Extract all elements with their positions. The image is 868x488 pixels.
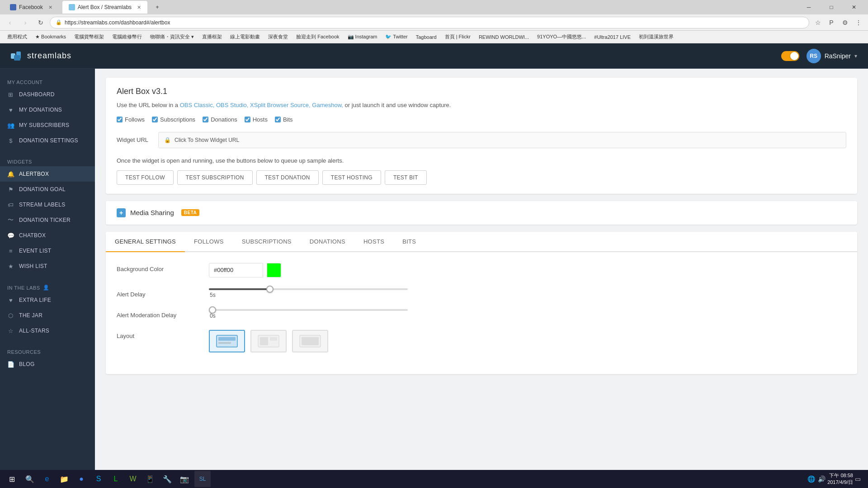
bookmark-6[interactable]: 深夜食堂	[264, 33, 292, 41]
bookmark-twitter[interactable]: 🐦 Twitter	[382, 33, 411, 41]
layout-thumb-1[interactable]	[209, 330, 245, 352]
widgets-section-label: Widgets	[0, 155, 95, 166]
checkbox-bits[interactable]: Bits	[275, 116, 293, 123]
taskbar-app2-icon[interactable]: 🔧	[159, 471, 175, 475]
sidebar-item-extra-life[interactable]: ♥ EXTRA LIFE	[0, 292, 95, 308]
checkbox-bits-input[interactable]	[275, 117, 281, 122]
window-indicator[interactable]: SL	[194, 471, 211, 475]
test-follow-btn[interactable]: TEST FOLLOW	[117, 170, 174, 185]
layout-thumb-3[interactable]	[292, 330, 328, 352]
bookmark-4[interactable]: 直播框架	[198, 33, 226, 41]
sidebar-item-wish-list[interactable]: ★ WISH LIST	[0, 258, 95, 274]
tab-facebook-close[interactable]: ✕	[48, 5, 52, 10]
sidebar-item-stream-labels[interactable]: 🏷 STREAM LABELS	[0, 197, 95, 212]
checkbox-donations[interactable]: Donations	[203, 116, 237, 123]
layout-thumbs-row	[209, 330, 846, 352]
tab-streamlabs-close[interactable]: ✕	[137, 5, 141, 10]
sidebar-item-alertbox[interactable]: 🔔 ALERTBOX	[0, 166, 95, 182]
menu-btn[interactable]: ⋮	[853, 17, 864, 28]
ticker-icon: 〜	[7, 216, 14, 224]
bookmark-tagboard[interactable]: Tagboard	[412, 33, 440, 41]
tab-streamlabs[interactable]: Alert Box / Streamlabs ✕	[62, 1, 147, 14]
checkbox-subscriptions-input[interactable]	[152, 117, 158, 122]
taskbar-edge-icon[interactable]: e	[39, 471, 55, 475]
bookmark-2[interactable]: 電腦維修幣行	[108, 33, 146, 41]
minimize-btn[interactable]: ─	[798, 0, 819, 14]
checkbox-hosts[interactable]: Hosts	[245, 116, 268, 123]
test-subscription-btn[interactable]: TEST SUBSCRIPTION	[177, 170, 253, 185]
checkbox-follows-input[interactable]	[117, 117, 123, 122]
sidebar-item-event-list[interactable]: ≡ EVENT LIST	[0, 243, 95, 258]
alert-delay-slider[interactable]	[209, 288, 408, 290]
tab-follows[interactable]: FOLLOWS	[185, 232, 233, 252]
bookmark-rewind[interactable]: REWIND WORLDWI...	[475, 33, 533, 41]
sidebar-divider-2	[0, 274, 95, 281]
test-donation-btn[interactable]: TEST DONATION	[256, 170, 319, 185]
user-name: RaSniper	[825, 52, 851, 60]
alert-moderation-delay-slider[interactable]	[209, 309, 408, 311]
forward-btn[interactable]: ›	[19, 16, 32, 29]
address-bar[interactable]: 🔒 https://streamlabs.com/dashboard#/aler…	[50, 17, 809, 28]
notification-toggle[interactable]	[781, 51, 799, 61]
checkbox-donations-input[interactable]	[203, 117, 208, 122]
labs-label-text: In The Labs	[7, 285, 40, 291]
desc-link[interactable]: OBS Classic, OBS Studio, XSplit Browser …	[180, 102, 343, 108]
test-hosting-btn[interactable]: TEST HOSTING	[322, 170, 381, 185]
taskbar-explorer-icon[interactable]: 📁	[56, 471, 72, 475]
close-btn[interactable]: ✕	[844, 0, 864, 14]
new-tab-btn[interactable]: +	[151, 1, 164, 14]
color-text-input[interactable]	[209, 263, 263, 277]
bookmark-1[interactable]: 電腦貨幣框架	[71, 33, 108, 41]
bookmark-5[interactable]: 線上電影動畫	[226, 33, 264, 41]
tab-subscriptions[interactable]: SUBSCRIPTIONS	[233, 232, 301, 252]
checkbox-hosts-input[interactable]	[245, 117, 250, 122]
sidebar-item-dashboard[interactable]: ⊞ DASHBOARD	[0, 87, 95, 102]
sidebar-item-donation-goal[interactable]: ⚑ DONATION GOAL	[0, 182, 95, 197]
media-sharing-header[interactable]: + Media Sharing BETA	[106, 201, 857, 225]
sidebar-item-the-jar[interactable]: ⬡ THE JAR	[0, 308, 95, 323]
bookmark-instagram[interactable]: 📷 Instagram	[344, 33, 381, 41]
sidebar-item-donation-settings[interactable]: $ DONATION SETTINGS	[0, 133, 95, 148]
test-bit-btn[interactable]: TEST BIT	[385, 170, 427, 185]
sidebar-item-my-donations[interactable]: ♥ MY DONATIONS	[0, 102, 95, 117]
sidebar-item-my-subscribers[interactable]: 👥 MY SUBSCRIBERS	[0, 117, 95, 133]
extensions-icon[interactable]: ⚙	[839, 17, 851, 28]
taskbar-app1-icon[interactable]: 📱	[142, 471, 158, 475]
tab-bits[interactable]: BITS	[393, 232, 425, 252]
widget-url-input[interactable]: 🔒 Click To Show Widget URL	[158, 132, 846, 148]
bookmark-bookmarks[interactable]: ★ Bookmarks	[32, 33, 70, 41]
taskbar-app3-icon[interactable]: 📷	[176, 471, 193, 475]
bookmark-7[interactable]: 臉迎走到 Facebook	[292, 33, 343, 41]
back-btn[interactable]: ‹	[4, 16, 16, 29]
bookmark-flickr[interactable]: 首頁 | Flickr	[441, 33, 474, 41]
sidebar-item-all-stars[interactable]: ☆ ALL-STARS	[0, 323, 95, 338]
taskbar-start-btn[interactable]: ⊞	[4, 471, 20, 475]
tab-hosts[interactable]: HOSTS	[354, 232, 393, 252]
profile-icon[interactable]: P	[826, 17, 837, 28]
tab-donations[interactable]: DONATIONS	[301, 232, 354, 252]
taskbar-search-icon[interactable]: 🔍	[22, 471, 38, 475]
checkbox-subscriptions[interactable]: Subscriptions	[152, 116, 195, 123]
checkbox-follows[interactable]: Follows	[117, 116, 145, 123]
bookmark-ultra[interactable]: #Ultra2017 LIVE	[590, 33, 634, 41]
sidebar-item-donation-ticker[interactable]: 〜 DONATION TICKER	[0, 212, 95, 228]
bookmark-3[interactable]: 物聯痛・資訊安全 ▾	[146, 33, 198, 41]
taskbar-line-icon[interactable]: L	[108, 471, 124, 475]
grid-icon: ⊞	[7, 91, 14, 98]
taskbar-wechat-icon[interactable]: W	[125, 471, 141, 475]
tab-general-settings[interactable]: GENERAL SETTINGS	[106, 232, 185, 252]
taskbar-skype-icon[interactable]: S	[90, 471, 107, 475]
user-menu[interactable]: RS RaSniper ▾	[807, 49, 857, 63]
layout-thumb-2[interactable]	[250, 330, 287, 352]
refresh-btn[interactable]: ↻	[34, 16, 47, 29]
taskbar-chrome-icon[interactable]: ●	[73, 471, 90, 475]
tab-facebook[interactable]: Facebook ✕	[4, 1, 59, 14]
sidebar-item-blog[interactable]: 📄 BLOG	[0, 357, 95, 372]
bookmark-last[interactable]: 初到溫溪旅世界	[635, 33, 677, 41]
color-swatch[interactable]	[267, 263, 281, 277]
sidebar-item-chatbox[interactable]: 💬 CHATBOX	[0, 228, 95, 243]
bookmark-91yoyo[interactable]: 91YOYO—中國悠悠...	[533, 33, 590, 41]
bookmark-apps[interactable]: 應用程式	[4, 33, 31, 41]
maximize-btn[interactable]: □	[821, 0, 842, 14]
bookmark-star[interactable]: ☆	[812, 17, 824, 28]
